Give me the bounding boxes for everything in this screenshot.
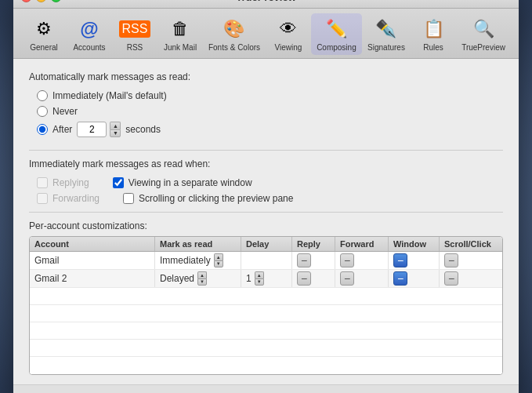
maximize-button[interactable] [51,0,61,2]
cell-reply-gmail[interactable]: − [292,252,335,269]
table-row-empty [30,340,502,357]
mark-down-gmail2[interactable]: ▼ [197,278,207,286]
table-row[interactable]: Gmail 2 Delayed ▲ ▼ 1 ▲ [30,270,502,288]
toolbar-rss[interactable]: RSS RSS [112,13,157,55]
cell-scroll-gmail2[interactable]: − [440,270,502,287]
toolbar-viewing[interactable]: 👁 Viewing [266,13,311,55]
auto-mark-title: Automatically mark messages as read: [29,71,503,82]
footer: TruePreview copyright © 2009–2011 Jim Ri… [13,384,519,394]
cell-reply-gmail2[interactable]: − [292,270,335,287]
delay-stepper-gmail2[interactable]: ▲ ▼ [255,271,264,286]
table-row[interactable]: Gmail Immediately ▲ ▼ − [30,252,502,270]
radio-immediately-label: Immediately (Mail's default) [52,90,167,101]
rules-icon: 📋 [421,16,446,42]
toolbar: ⚙ General @ Accounts RSS RSS 🗑 Junk Mail… [13,9,519,59]
reply-minus-gmail[interactable]: − [297,253,311,267]
seconds-input[interactable] [77,122,107,137]
toolbar-accounts[interactable]: @ Accounts [67,13,112,55]
col-account: Account [30,237,155,251]
toolbar-rules-label: Rules [423,43,443,52]
col-delay: Delay [241,237,292,251]
viewing-checkbox[interactable] [113,177,124,188]
toolbar-fonts-colors-label: Fonts & Colors [208,43,260,52]
forwarding-checkbox[interactable] [37,193,48,204]
mark-down-gmail[interactable]: ▼ [214,260,223,267]
cell-mark-gmail[interactable]: Immediately ▲ ▼ [155,252,241,269]
seconds-label: seconds [125,124,161,135]
accounts-icon: @ [77,16,102,42]
close-button[interactable] [21,0,31,2]
radio-after-row: After ▲ ▼ seconds [37,122,503,137]
spinner-down-button[interactable]: ▼ [110,129,121,137]
content-area: Automatically mark messages as read: Imm… [13,59,519,384]
toolbar-fonts-colors[interactable]: 🎨 Fonts & Colors [203,13,266,55]
toolbar-truepreview-label: TruePreview [461,43,505,52]
toolbar-truepreview[interactable]: 🔍 TruePreview [456,13,511,55]
cell-window-gmail[interactable]: − [389,252,440,269]
cell-delay-gmail [241,252,292,269]
rss-icon-inner: RSS [119,20,151,38]
table-row-empty [30,357,502,374]
scroll-minus-gmail2[interactable]: − [444,271,458,286]
spinner-buttons: ▲ ▼ [110,122,121,137]
radio-immediately[interactable] [37,90,48,101]
radio-never-label: Never [52,106,78,117]
mark-up-gmail[interactable]: ▲ [214,253,223,260]
radio-never-row: Never [37,106,503,117]
toolbar-rules[interactable]: 📋 Rules [411,13,456,55]
immediately-mark-title: Immediately mark messages as read when: [29,158,503,169]
replying-checkbox[interactable] [37,177,48,188]
checkbox-row-2: Forwarding Scrolling or clicking the pre… [37,193,503,204]
reply-minus-gmail2[interactable]: − [297,271,311,286]
radio-after-label: After [52,124,72,135]
window-minus-gmail[interactable]: − [393,253,407,267]
toolbar-junk-mail[interactable]: 🗑 Junk Mail [157,13,203,55]
toolbar-general-label: General [30,43,58,52]
mark-stepper-gmail[interactable]: ▲ ▼ [214,253,223,267]
window-minus-gmail2[interactable]: − [393,271,407,286]
toolbar-general[interactable]: ⚙ General [21,13,67,55]
checkbox-group: Replying Viewing in a separate window Fo… [29,177,503,204]
signatures-icon: ✒️ [374,16,399,42]
radio-never[interactable] [37,106,48,117]
cell-scroll-gmail[interactable]: − [440,252,502,269]
cell-window-gmail2[interactable]: − [389,270,440,287]
replying-checkbox-row: Replying [37,177,89,188]
mark-up-gmail2[interactable]: ▲ [197,271,207,278]
spinner-up-button[interactable]: ▲ [110,122,121,129]
window-title: TruePreview [236,0,296,3]
forward-minus-gmail2[interactable]: − [340,271,354,286]
replying-label: Replying [52,177,89,188]
scrolling-checkbox-row: Scrolling or clicking the preview pane [123,193,293,204]
radio-after[interactable] [37,124,48,135]
forwarding-checkbox-row: Forwarding [37,193,100,204]
viewing-label: Viewing in a separate window [128,177,252,188]
table-title: Per-account customizations: [29,220,503,231]
cell-mark-gmail2[interactable]: Delayed ▲ ▼ [155,270,241,287]
divider-1 [29,150,503,151]
scrolling-checkbox[interactable] [123,193,134,204]
delay-down-gmail2[interactable]: ▼ [255,278,264,286]
toolbar-viewing-label: Viewing [275,43,302,52]
cell-forward-gmail[interactable]: − [335,252,389,269]
divider-2 [29,212,503,213]
toolbar-accounts-label: Accounts [73,43,105,52]
minimize-button[interactable] [36,0,46,2]
titlebar: TruePreview [13,0,519,9]
cell-delay-gmail2[interactable]: 1 ▲ ▼ [241,270,292,287]
delay-up-gmail2[interactable]: ▲ [255,271,264,278]
col-forward: Forward [335,237,389,251]
mark-stepper-gmail2[interactable]: ▲ ▼ [197,271,207,286]
forward-minus-gmail[interactable]: − [340,253,354,267]
toolbar-rss-label: RSS [127,43,143,52]
table-section: Per-account customizations: Account Mark… [29,220,503,375]
seconds-spinner: ▲ ▼ [77,122,121,137]
viewing-icon: 👁 [276,16,301,42]
traffic-lights [21,0,61,2]
toolbar-signatures[interactable]: ✒️ Signatures [362,13,411,55]
toolbar-composing[interactable]: ✏️ Composing [311,13,362,55]
junk-mail-icon: 🗑 [168,16,193,42]
scroll-minus-gmail[interactable]: − [444,253,458,267]
cell-forward-gmail2[interactable]: − [335,270,389,287]
auto-mark-radio-group: Immediately (Mail's default) Never After… [29,90,503,137]
